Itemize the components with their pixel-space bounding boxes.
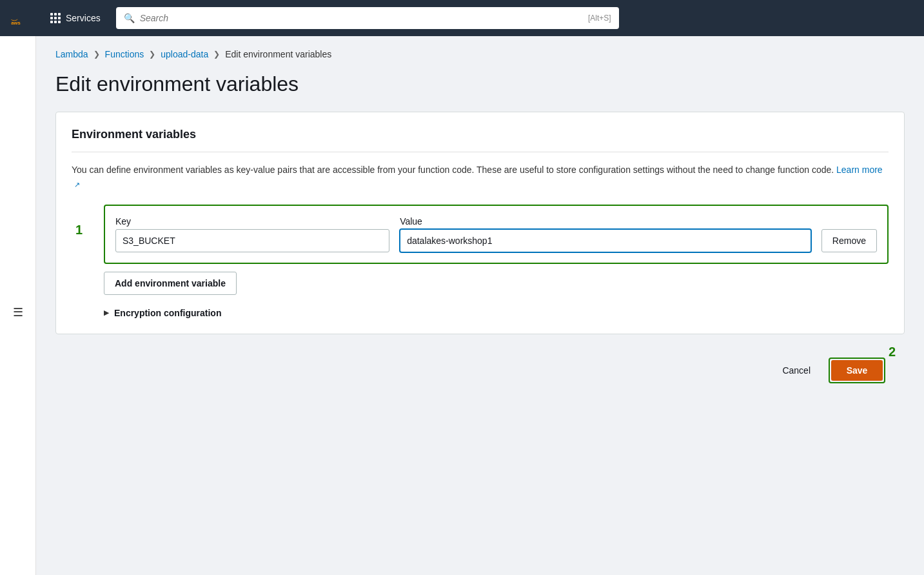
search-input[interactable] (140, 13, 583, 23)
breadcrumb-current: Edit environment variables (225, 49, 331, 59)
search-bar: 🔍 [Alt+S] (116, 7, 619, 29)
card-title: Environment variables (72, 128, 889, 141)
svg-text:aws: aws (11, 20, 20, 26)
step-number-1: 1 (75, 223, 83, 237)
value-field-group: Value (400, 216, 811, 252)
breadcrumb: Lambda ❯ Functions ❯ upload-data ❯ Edit … (55, 49, 905, 59)
page-title: Edit environment variables (55, 72, 905, 96)
grid-icon (50, 13, 61, 23)
key-label: Key (115, 216, 389, 227)
services-button[interactable]: Services (45, 10, 106, 26)
search-shortcut: [Alt+S] (588, 14, 611, 23)
breadcrumb-functions[interactable]: Functions (105, 49, 144, 59)
step-number-2: 2 (889, 345, 896, 359)
breadcrumb-sep-2: ❯ (149, 50, 155, 59)
key-input[interactable] (115, 229, 389, 252)
learn-more-link[interactable]: Learn more (836, 165, 883, 175)
top-navigation: aws Services 🔍 [Alt+S] (0, 0, 924, 36)
env-row-box: Key Value Remove (104, 205, 889, 264)
encryption-toggle-button[interactable]: ▶ Encryption configuration (104, 308, 221, 318)
footer-actions: 2 Cancel Save (55, 347, 905, 394)
env-variables-card: Environment variables You can define env… (55, 112, 905, 334)
toggle-arrow-icon: ▶ (104, 309, 109, 316)
breadcrumb-upload-data[interactable]: upload-data (161, 49, 208, 59)
breadcrumb-sep-1: ❯ (93, 50, 100, 59)
value-input[interactable] (400, 229, 811, 252)
external-link-icon: ↗ (74, 179, 80, 191)
sidebar-toggle-panel: ☰ (0, 36, 36, 575)
remove-button[interactable]: Remove (821, 229, 877, 252)
aws-logo: aws (10, 10, 35, 26)
save-button[interactable]: Save (831, 360, 883, 381)
env-row-container: 1 Key Value Remove (104, 205, 889, 264)
key-field-group: Key (115, 216, 389, 252)
encryption-label: Encryption configuration (114, 308, 221, 318)
breadcrumb-sep-3: ❯ (213, 50, 220, 59)
breadcrumb-lambda[interactable]: Lambda (55, 49, 88, 59)
hamburger-button[interactable]: ☰ (10, 49, 26, 575)
main-content: Lambda ❯ Functions ❯ upload-data ❯ Edit … (36, 36, 924, 575)
value-label: Value (400, 216, 811, 227)
search-icon: 🔍 (124, 13, 135, 23)
card-divider (72, 152, 889, 152)
services-label: Services (66, 13, 101, 23)
env-fields: Key Value Remove (115, 216, 877, 252)
cancel-button[interactable]: Cancel (772, 360, 821, 381)
add-variable-button[interactable]: Add environment variable (104, 272, 237, 295)
description-text: You can define environment variables as … (72, 163, 889, 192)
save-wrapper: Save (829, 358, 885, 383)
